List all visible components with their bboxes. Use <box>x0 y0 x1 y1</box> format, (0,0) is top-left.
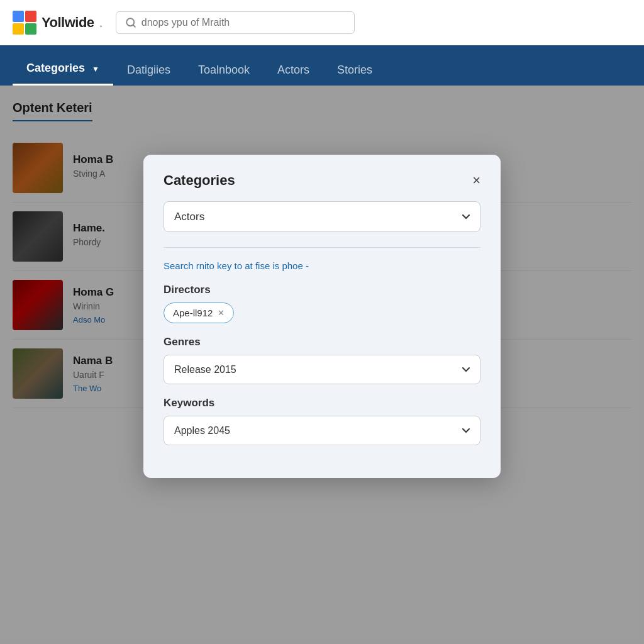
nav-label-datigiies: Datigiies <box>127 64 170 76</box>
directors-filter-section: Directors Ape-ll912 ✕ <box>164 284 480 323</box>
search-input[interactable] <box>142 17 345 28</box>
search-bar[interactable] <box>116 11 355 34</box>
nav-item-actors[interactable]: Actors <box>264 55 323 86</box>
nav-label-stories: Stories <box>337 64 372 76</box>
directors-tag-value: Ape-ll912 <box>173 308 213 318</box>
search-hint-text: Search rnito <box>164 260 217 271</box>
logo-dot: . <box>99 14 103 31</box>
keywords-label: Keywords <box>164 397 480 409</box>
content-area: Optent Keteri Homa B Stving A Hame. Phor… <box>0 86 644 644</box>
chevron-down-icon: ▼ <box>92 65 99 74</box>
top-bar: Yollwide. <box>0 0 644 45</box>
logo-text: Yollwide <box>42 14 94 31</box>
genres-filter-section: Genres Release 2015 Action Drama Comedy <box>164 336 480 384</box>
nav-item-toalnbook[interactable]: Toalnbook <box>184 55 264 86</box>
search-hint: Search rnito key to at fise is phoe - <box>164 260 480 271</box>
genres-select[interactable]: Release 2015 Action Drama Comedy <box>164 355 480 384</box>
directors-label: Directors <box>164 284 480 296</box>
svg-rect-3 <box>25 23 36 35</box>
genres-label: Genres <box>164 336 480 348</box>
nav-label-actors: Actors <box>277 64 309 76</box>
category-select[interactable]: Actors Directors Genres Keywords <box>164 201 480 232</box>
nav-bar: Categories ▼ Datigiies Toalnbook Actors … <box>0 45 644 86</box>
search-hint-link[interactable]: key to at fise is phoe - <box>217 260 309 271</box>
nav-item-datigiies[interactable]: Datigiies <box>113 55 184 86</box>
nav-item-categories[interactable]: Categories ▼ <box>13 53 113 86</box>
modal-header: Categories × <box>164 172 480 189</box>
svg-rect-0 <box>13 11 24 22</box>
keywords-select[interactable]: Apples 2045 Adventure Sci-fi <box>164 416 480 445</box>
nav-item-stories[interactable]: Stories <box>323 55 386 86</box>
svg-rect-2 <box>13 23 24 35</box>
logo-icon <box>13 11 36 35</box>
search-icon <box>125 17 136 28</box>
modal-close-button[interactable]: × <box>472 174 480 187</box>
directors-tag[interactable]: Ape-ll912 ✕ <box>164 303 234 323</box>
logo-area: Yollwide. <box>13 11 103 35</box>
close-icon[interactable]: ✕ <box>218 308 225 318</box>
svg-rect-1 <box>25 11 36 22</box>
filter-modal: Categories × Actors Directors Genres Key… <box>143 155 501 478</box>
modal-title: Categories <box>164 172 235 189</box>
nav-label-categories: Categories <box>26 62 85 74</box>
nav-label-toalnbook: Toalnbook <box>198 64 250 76</box>
keywords-filter-section: Keywords Apples 2045 Adventure Sci-fi <box>164 397 480 445</box>
divider <box>164 247 480 248</box>
svg-line-5 <box>133 25 135 26</box>
